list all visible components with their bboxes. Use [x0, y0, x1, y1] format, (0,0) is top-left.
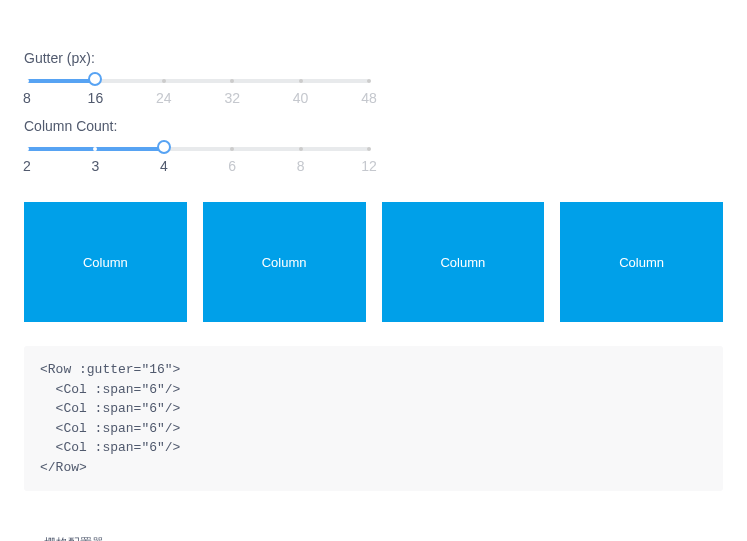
gutter-label: Gutter (px):	[24, 50, 723, 66]
slider-knob[interactable]	[157, 140, 171, 154]
slider-marks: 2346812	[24, 158, 372, 174]
slider-mark-label: 6	[228, 158, 236, 174]
slider-mark-label: 16	[88, 90, 104, 106]
slider-mark-label: 32	[224, 90, 240, 106]
slider-stop	[367, 147, 371, 151]
slider-marks: 81624324048	[24, 90, 372, 106]
slider-mark-label: 2	[23, 158, 31, 174]
column-box: Column	[382, 202, 545, 322]
slider-knob[interactable]	[88, 72, 102, 86]
slider-mark-label: 8	[23, 90, 31, 106]
slider-stop	[162, 79, 166, 83]
slider-stop	[299, 79, 303, 83]
footer-text: 栅格配置器	[34, 531, 114, 541]
slider-stop	[25, 79, 29, 83]
code-snippet: <Row :gutter="16"> <Col :span="6"/> <Col…	[24, 346, 723, 491]
slider-mark-label: 40	[293, 90, 309, 106]
slider-stop	[25, 147, 29, 151]
slider-mark-label: 24	[156, 90, 172, 106]
slider-stop	[367, 79, 371, 83]
column-count-slider[interactable]: 2346812	[24, 142, 372, 174]
column-box: Column	[24, 202, 187, 322]
slider-mark-label: 8	[297, 158, 305, 174]
column-box: Column	[560, 202, 723, 322]
slider-fill	[27, 79, 95, 83]
column-count-label: Column Count:	[24, 118, 723, 134]
slider-mark-label: 12	[361, 158, 377, 174]
column-box: Column	[203, 202, 366, 322]
columns-preview: ColumnColumnColumnColumn	[16, 202, 731, 322]
gutter-slider[interactable]: 81624324048	[24, 74, 372, 106]
slider-stop	[299, 147, 303, 151]
slider-mark-label: 4	[160, 158, 168, 174]
slider-mark-label: 3	[91, 158, 99, 174]
slider-stop	[93, 147, 97, 151]
slider-stop	[230, 79, 234, 83]
slider-mark-label: 48	[361, 90, 377, 106]
slider-stop	[230, 147, 234, 151]
